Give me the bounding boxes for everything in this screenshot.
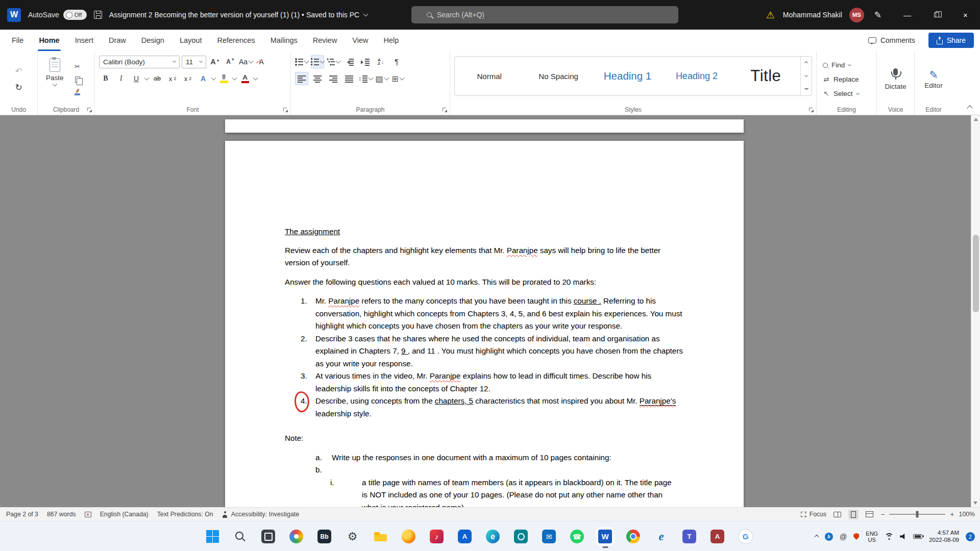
bullets-button[interactable] (295, 55, 308, 68)
vertical-scrollbar[interactable] (971, 115, 980, 507)
tab-draw[interactable]: Draw (101, 30, 134, 51)
numbering-button[interactable] (311, 55, 324, 68)
web-layout-button[interactable] (866, 511, 873, 517)
increase-indent-button[interactable] (358, 55, 372, 68)
whatsapp-taskbar-icon[interactable]: ☎ (570, 530, 584, 543)
search-box[interactable] (411, 6, 678, 23)
outlook-taskbar-icon[interactable]: ✉ (542, 530, 556, 543)
tab-mailings[interactable]: Mailings (263, 30, 305, 51)
text-effects-chevron[interactable] (211, 76, 216, 81)
align-right-button[interactable] (327, 72, 340, 85)
blackboard-taskbar-icon[interactable]: Bb (317, 530, 331, 543)
document-page[interactable]: The assignmentReview each of the chapter… (225, 141, 744, 507)
tab-design[interactable]: Design (134, 30, 172, 51)
zoom-level[interactable]: 100% (959, 511, 975, 518)
store-taskbar-icon[interactable]: A (458, 530, 472, 543)
proofing-errors-icon[interactable]: × (85, 512, 91, 517)
firefox-taskbar-icon[interactable] (402, 530, 415, 543)
styles-dialog-launcher[interactable] (809, 108, 814, 112)
underline-chevron[interactable] (144, 76, 150, 81)
autosave-toggle[interactable]: Off (63, 10, 87, 20)
styles-scroll-down[interactable] (801, 69, 812, 82)
highlight-button[interactable] (217, 72, 231, 85)
bluetooth-icon[interactable]: b (825, 533, 833, 541)
paste-button[interactable]: Paste (42, 55, 68, 104)
tab-file[interactable]: File (4, 30, 31, 51)
text-predictions-indicator[interactable]: Text Predictions: On (157, 511, 213, 518)
minimize-button[interactable]: — (893, 0, 922, 30)
warning-icon[interactable]: ⚠ (766, 9, 775, 21)
decrease-indent-button[interactable] (342, 55, 356, 68)
select-button[interactable]: ↖Select (821, 88, 872, 100)
tray-overflow-chevron[interactable] (815, 534, 819, 538)
notifications-badge[interactable]: 2 (966, 532, 975, 541)
battery-icon[interactable] (913, 534, 922, 539)
zoom-out-button[interactable]: − (880, 510, 885, 518)
sort-button[interactable]: AZ↓ (374, 55, 387, 68)
font-size-combo[interactable]: 11 (182, 56, 206, 68)
language-indicator[interactable]: English (Canada) (100, 511, 149, 518)
superscript-button[interactable]: x2 (181, 72, 194, 85)
paragraph-dialog-launcher[interactable] (443, 108, 447, 112)
style-normal[interactable]: Normal (455, 57, 524, 95)
subscript-button[interactable]: x2 (166, 72, 179, 85)
align-center-button[interactable] (311, 72, 324, 85)
grow-font-button[interactable]: A▲ (208, 55, 222, 68)
search-input[interactable] (437, 11, 590, 19)
strikethrough-button[interactable]: ab (151, 72, 164, 85)
search-taskbar-icon[interactable] (233, 530, 247, 543)
format-painter-button[interactable] (71, 87, 84, 98)
file-explorer-taskbar-icon[interactable] (374, 530, 387, 543)
chrome-taskbar-icon[interactable] (626, 530, 640, 543)
save-icon[interactable] (94, 11, 102, 19)
comments-button[interactable]: Comments (863, 34, 920, 47)
redo-button[interactable]: ↻ (12, 81, 26, 94)
undo-button[interactable]: ↶ (12, 65, 26, 78)
font-color-button[interactable]: A (238, 72, 252, 85)
editor-button[interactable]: ✎ Editor (924, 70, 942, 89)
style-heading-1[interactable]: Heading 1 (593, 57, 662, 95)
tab-home[interactable]: Home (31, 30, 67, 51)
tab-insert[interactable]: Insert (67, 30, 101, 51)
at-sign-tray-icon[interactable]: @ (840, 533, 847, 541)
task-view-taskbar-icon[interactable] (261, 530, 275, 543)
show-paragraph-marks-button[interactable]: ¶ (390, 55, 403, 68)
access-taskbar-icon[interactable]: A (710, 530, 724, 543)
style-heading-2[interactable]: Heading 2 (662, 57, 731, 95)
style-title[interactable]: Title (731, 57, 800, 95)
tab-references[interactable]: References (209, 30, 262, 51)
tab-layout[interactable]: Layout (172, 30, 210, 51)
text-effects-button[interactable]: A (197, 72, 210, 85)
copy-button[interactable] (71, 74, 84, 85)
close-button[interactable]: × (951, 0, 980, 30)
style-no-spacing[interactable]: No Spacing (524, 57, 593, 95)
highlight-chevron[interactable] (232, 76, 237, 81)
underline-button[interactable]: U (130, 72, 143, 85)
cut-button[interactable]: ✂ (71, 61, 84, 72)
word-taskbar-icon[interactable]: W (598, 530, 612, 543)
shading-button[interactable]: ▨ (375, 72, 388, 85)
multilevel-list-button[interactable] (327, 55, 340, 68)
paste-dropdown-chevron[interactable] (52, 82, 57, 87)
font-name-combo[interactable]: Calibri (Body) (99, 56, 180, 68)
clear-formatting-button[interactable]: A (255, 55, 268, 68)
teams-taskbar-icon[interactable]: T (682, 530, 696, 543)
print-layout-button[interactable] (848, 510, 859, 519)
borders-button[interactable]: ⊞ (391, 72, 404, 85)
accessibility-status[interactable]: Accessibility: Investigate (222, 511, 299, 518)
styles-scroll-up[interactable] (801, 57, 812, 69)
align-left-button[interactable] (295, 72, 308, 85)
tab-review[interactable]: Review (305, 30, 345, 51)
volume-icon[interactable] (900, 534, 906, 539)
document-content[interactable]: The assignmentReview each of the chapter… (285, 226, 683, 507)
wifi-icon[interactable] (885, 533, 893, 540)
start-taskbar-icon[interactable] (206, 530, 219, 543)
scroll-up-arrow[interactable] (974, 118, 978, 121)
photos-taskbar-icon[interactable] (289, 530, 303, 543)
collapse-ribbon-chevron[interactable] (967, 105, 972, 111)
security-shield-icon[interactable] (853, 533, 859, 540)
document-title[interactable]: Assignment 2 Becoming the better version… (109, 11, 368, 19)
scrollbar-thumb[interactable] (973, 235, 979, 312)
change-case-button[interactable]: Aa (239, 55, 253, 68)
font-dialog-launcher[interactable] (283, 108, 288, 112)
